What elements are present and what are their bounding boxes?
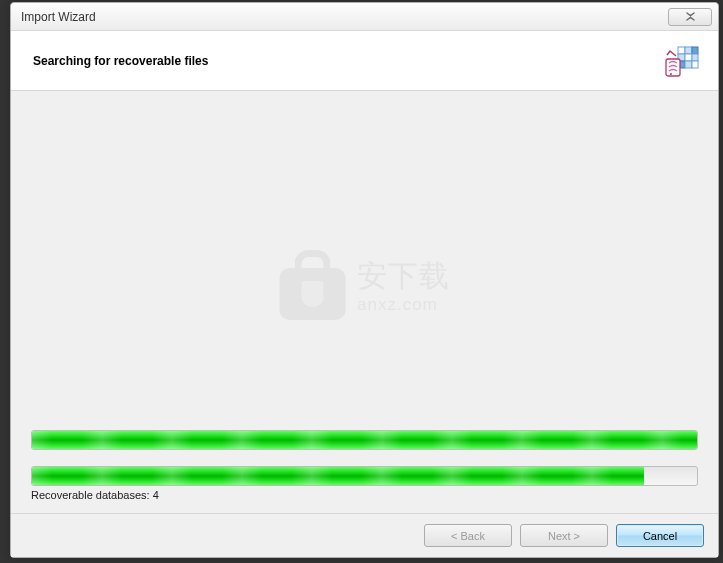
status-label: Recoverable databases: <box>31 489 150 501</box>
svg-rect-0 <box>678 47 685 54</box>
window-title: Import Wizard <box>17 10 668 24</box>
watermark-en-text: anxz.com <box>357 295 450 315</box>
svg-rect-5 <box>692 54 698 61</box>
close-button[interactable] <box>668 8 712 26</box>
watermark-cn-text: 安下载 <box>357 256 450 297</box>
header-panel: Searching for recoverable files <box>11 31 718 91</box>
svg-point-10 <box>670 73 672 75</box>
cancel-button[interactable]: Cancel <box>616 524 704 547</box>
status-text: Recoverable databases: 4 <box>31 489 698 501</box>
close-icon <box>685 12 696 21</box>
status-count: 4 <box>153 489 159 501</box>
svg-rect-4 <box>685 54 692 61</box>
watermark: 安下载 anxz.com <box>279 250 450 320</box>
progress-bar-2: Recoverable databases: 4 <box>31 466 698 501</box>
titlebar: Import Wizard <box>11 3 718 31</box>
back-button[interactable]: < Back <box>424 524 512 547</box>
next-button[interactable]: Next > <box>520 524 608 547</box>
header-heading: Searching for recoverable files <box>33 54 208 68</box>
svg-rect-7 <box>685 61 692 68</box>
svg-rect-1 <box>685 47 692 54</box>
svg-rect-2 <box>692 47 698 54</box>
content-area: 安下载 anxz.com Recoverable databases: 4 <box>11 91 718 513</box>
svg-rect-8 <box>692 61 698 68</box>
progress-bar-1 <box>31 430 698 450</box>
wizard-cube-icon <box>664 45 700 83</box>
button-bar: < Back Next > Cancel <box>11 513 718 557</box>
import-wizard-window: Import Wizard Searching for recoverable … <box>10 2 719 558</box>
lock-icon <box>279 250 345 320</box>
